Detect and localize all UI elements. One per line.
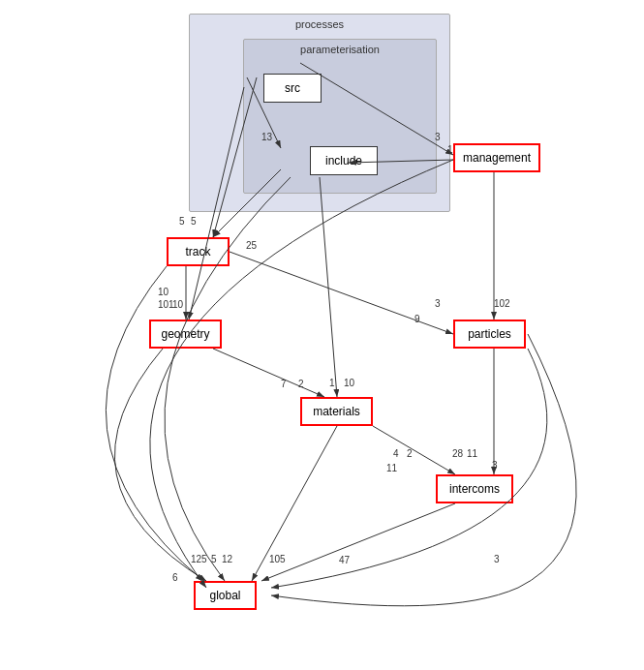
node-include[interactable]: include: [310, 146, 378, 175]
svg-text:3: 3: [435, 298, 441, 309]
node-track[interactable]: track: [167, 237, 230, 266]
svg-text:1: 1: [329, 378, 335, 388]
svg-text:2: 2: [298, 379, 304, 389]
svg-text:10: 10: [344, 378, 355, 388]
svg-line-14: [230, 252, 453, 334]
svg-text:5: 5: [201, 554, 207, 564]
svg-text:101: 101: [158, 299, 174, 310]
svg-text:102: 102: [494, 298, 510, 309]
svg-line-19: [213, 349, 324, 397]
node-management[interactable]: management: [453, 143, 540, 172]
node-global[interactable]: global: [194, 581, 257, 610]
svg-text:105: 105: [269, 554, 286, 564]
svg-text:6: 6: [172, 572, 178, 583]
group-param-label: parameterisation: [300, 44, 380, 55]
svg-text:9: 9: [414, 314, 420, 324]
svg-text:12: 12: [191, 554, 202, 564]
svg-text:5: 5: [191, 216, 197, 227]
group-processes-label: processes: [295, 18, 344, 30]
svg-text:3: 3: [494, 554, 500, 564]
diagram-container: processes parameterisation src include m…: [0, 0, 644, 670]
node-geometry[interactable]: geometry: [149, 320, 222, 349]
svg-text:7: 7: [281, 379, 287, 389]
svg-text:10: 10: [172, 299, 184, 310]
svg-line-33: [252, 426, 337, 581]
group-processes: processes parameterisation src include: [189, 14, 450, 212]
svg-text:47: 47: [339, 555, 351, 565]
svg-text:25: 25: [246, 240, 258, 251]
svg-text:28: 28: [452, 448, 464, 459]
svg-text:2: 2: [407, 448, 413, 459]
node-materials[interactable]: materials: [300, 397, 373, 426]
svg-text:5: 5: [211, 554, 217, 564]
node-src[interactable]: src: [263, 74, 322, 103]
svg-text:4: 4: [393, 448, 399, 459]
node-intercoms[interactable]: intercoms: [436, 474, 513, 503]
svg-line-35: [261, 503, 455, 581]
svg-line-25: [373, 426, 455, 474]
svg-text:5: 5: [179, 216, 185, 227]
group-parameterisation: parameterisation src include: [243, 39, 437, 194]
svg-text:11: 11: [386, 463, 398, 473]
svg-text:11: 11: [467, 448, 478, 459]
svg-text:10: 10: [158, 287, 169, 297]
svg-text:3: 3: [492, 460, 498, 471]
node-particles[interactable]: particles: [453, 320, 526, 349]
svg-text:12: 12: [222, 554, 233, 564]
